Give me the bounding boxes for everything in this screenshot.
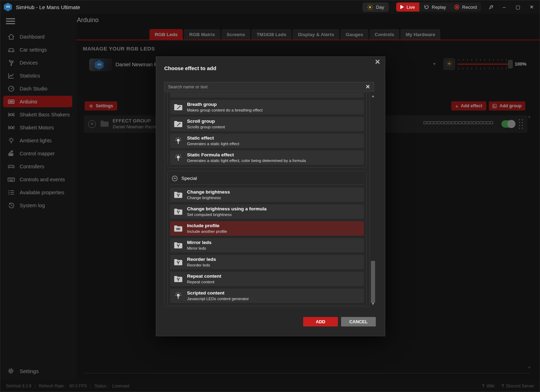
add-button[interactable]: ADD (303, 317, 338, 326)
effect-list: Create a repetitive pattern with colored… (164, 93, 370, 307)
day-mode-button[interactable]: Day (362, 2, 389, 12)
effect-option[interactable]: Scripted content Javascript LEDs content… (170, 289, 364, 303)
live-button[interactable]: Live (396, 2, 419, 12)
effect-option-title: Change brightness (187, 190, 230, 195)
effect-option[interactable]: Static effect Generates a static light e… (170, 134, 364, 148)
search-placeholder: Search name or text (168, 85, 366, 89)
search-input[interactable]: Search name or text ✕ (164, 82, 374, 92)
effect-option[interactable]: Include profile Include another profile (170, 221, 364, 236)
effect-option-desc: Repeat content (187, 280, 221, 284)
bulb-effect-icon (174, 292, 183, 300)
effect-option-desc: Mirror leds (187, 246, 212, 251)
play-icon (400, 5, 404, 9)
folder-fork-icon (174, 275, 183, 283)
scroll-down-icon[interactable]: ▼ (371, 302, 375, 306)
folder-fork-icon (174, 208, 183, 215)
folder-fork-icon (174, 191, 183, 198)
scroll-up-icon[interactable]: ▲ (371, 94, 375, 98)
effect-option-desc: Reorder leds (187, 263, 216, 268)
effect-option-title: Static effect (187, 136, 239, 141)
effect-option[interactable]: Scroll group Scrolls group content (170, 117, 364, 131)
effect-option-desc: Set computed brightness (187, 212, 267, 217)
effect-group-section: Create a repetitive pattern with colored… (167, 93, 367, 168)
effect-option-desc: Generates a static light effect (187, 142, 239, 146)
folder-link-icon (174, 225, 183, 232)
collapse-chevron-icon[interactable] (172, 175, 178, 182)
effect-option-title: Mirror leds (187, 240, 212, 245)
minimize-button[interactable]: – (501, 5, 507, 9)
effect-options: Breath group Makes group content do a br… (170, 100, 364, 165)
day-label: Day (376, 5, 384, 10)
effect-option[interactable]: Change brightness using a formula Set co… (170, 204, 364, 219)
record-icon (454, 5, 459, 9)
sun-icon (367, 4, 373, 10)
dialog-title: Choose effect to add (164, 65, 216, 71)
effect-option-desc: Scrolls group content (187, 125, 225, 129)
effect-option-desc: Javascript LEDs content generator (187, 297, 249, 301)
special-section: Special Change brightness Change brightn… (167, 171, 367, 306)
effect-option-title: Breath group (187, 102, 262, 107)
effect-option-title: Scripted content (187, 291, 249, 296)
effect-option-desc: Change brightness (187, 196, 230, 200)
simhub-logo-icon (4, 3, 12, 12)
list-scrollbar[interactable]: ▲ ▼ (371, 93, 375, 307)
special-effect-options: Change brightness Change brightness Chan… (170, 188, 364, 303)
effect-option-title: Repeat content (187, 274, 221, 279)
folder-wand-icon (174, 103, 183, 111)
effect-option[interactable]: Breath group Makes group content do a br… (170, 100, 364, 114)
bulb-effect-icon (174, 154, 183, 162)
effect-option[interactable]: Change brightness Change brightness (170, 188, 364, 202)
record-button[interactable]: Record (450, 2, 481, 12)
folder-wand-icon (174, 120, 183, 128)
choose-effect-dialog: Choose effect to add ✕ Search name or te… (156, 56, 385, 336)
session-mode-group: Live Replay Record (396, 2, 481, 12)
folder-fork-icon (174, 242, 183, 249)
cancel-button[interactable]: CANCEL (341, 317, 376, 326)
pin-icon[interactable] (488, 5, 494, 10)
scrollbar-thumb[interactable] (371, 261, 375, 303)
clipped-item-text: Create a repetitive pattern with colored… (174, 93, 273, 97)
effect-option-desc: Include another profile (187, 229, 227, 234)
close-button[interactable]: ✕ (528, 5, 535, 9)
titlebar: SimHub - Le Mans Ultimate Day Live Repla… (0, 0, 540, 14)
replay-button[interactable]: Replay (419, 2, 450, 12)
maximize-button[interactable]: ▢ (515, 5, 521, 9)
effect-option-desc: Makes group content do a breathing effec… (187, 108, 262, 113)
bulb-effect-icon (174, 137, 183, 145)
dialog-close-icon[interactable]: ✕ (375, 59, 380, 65)
window-title: SimHub - Le Mans Ultimate (16, 4, 80, 10)
effect-option-title: Static Formula effect (187, 153, 306, 158)
replay-icon (424, 4, 429, 10)
effect-option-title: Change brightness using a formula (187, 207, 267, 212)
special-section-header[interactable]: Special (170, 174, 364, 185)
effect-option-title: Scroll group (187, 119, 225, 124)
clear-search-icon[interactable]: ✕ (366, 84, 370, 90)
effect-option-clipped[interactable]: Create a repetitive pattern with colored… (170, 93, 364, 97)
effect-option-desc: Generates a static light effect, color b… (187, 158, 306, 163)
effect-option-title: Reorder leds (187, 257, 216, 262)
effect-option[interactable]: Reorder leds Reorder leds (170, 255, 364, 269)
folder-fork-icon (174, 258, 183, 266)
effect-option[interactable]: Repeat content Repeat content (170, 272, 364, 286)
simhub-window: SimHub - Le Mans Ultimate Day Live Repla… (0, 0, 540, 392)
effect-option[interactable]: Static Formula effect Generates a static… (170, 150, 364, 165)
effect-option-title: Include profile (187, 223, 227, 229)
effect-option[interactable]: Mirror leds Mirror leds (170, 238, 364, 252)
